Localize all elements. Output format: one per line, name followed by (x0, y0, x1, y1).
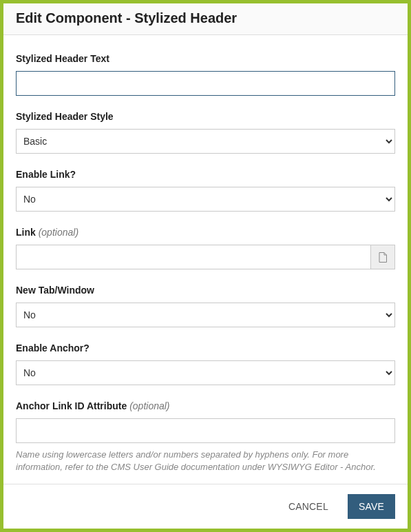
field-enable-anchor: Enable Anchor? No (16, 342, 395, 385)
select-new-tab-window[interactable]: No (16, 303, 395, 327)
input-link[interactable] (16, 245, 370, 269)
label-link-optional: (optional) (39, 227, 78, 238)
label-anchor-link-id-text: Anchor Link ID Attribute (16, 400, 127, 411)
select-enable-link[interactable]: No (16, 187, 395, 212)
select-stylized-header-style[interactable]: Basic (16, 129, 395, 154)
select-enable-anchor[interactable]: No (16, 360, 395, 385)
field-stylized-header-style: Stylized Header Style Basic (16, 111, 395, 154)
field-enable-link: Enable Link? No (16, 169, 395, 212)
field-anchor-link-id: Anchor Link ID Attribute (optional) Name… (16, 400, 395, 473)
file-icon (379, 252, 387, 263)
label-enable-anchor: Enable Anchor? (16, 342, 395, 354)
label-new-tab-window: New Tab/Window (16, 285, 395, 296)
edit-component-dialog: Edit Component - Stylized Header Stylize… (0, 0, 411, 532)
dialog-footer: CANCEL SAVE (3, 484, 408, 529)
dialog-title: Edit Component - Stylized Header (16, 10, 395, 26)
label-link: Link (optional) (16, 227, 395, 238)
dialog-header: Edit Component - Stylized Header (3, 3, 408, 35)
save-button[interactable]: SAVE (348, 494, 395, 519)
label-anchor-link-id: Anchor Link ID Attribute (optional) (16, 400, 395, 411)
cancel-button[interactable]: CANCEL (277, 494, 339, 519)
help-text-anchor-link-id: Name using lowercase letters and/or numb… (16, 449, 395, 473)
label-anchor-link-id-optional: (optional) (129, 400, 169, 411)
input-group-link (16, 245, 395, 269)
field-stylized-header-text: Stylized Header Text (16, 53, 395, 96)
field-link: Link (optional) (16, 227, 395, 269)
label-stylized-header-style: Stylized Header Style (16, 111, 395, 122)
label-enable-link: Enable Link? (16, 169, 395, 180)
link-picker-button[interactable] (370, 245, 395, 269)
input-stylized-header-text[interactable] (16, 71, 395, 96)
input-anchor-link-id[interactable] (16, 418, 395, 443)
field-new-tab-window: New Tab/Window No (16, 285, 395, 327)
label-link-text: Link (16, 227, 36, 238)
dialog-body: Stylized Header Text Stylized Header Sty… (3, 35, 408, 484)
label-stylized-header-text: Stylized Header Text (16, 53, 395, 64)
